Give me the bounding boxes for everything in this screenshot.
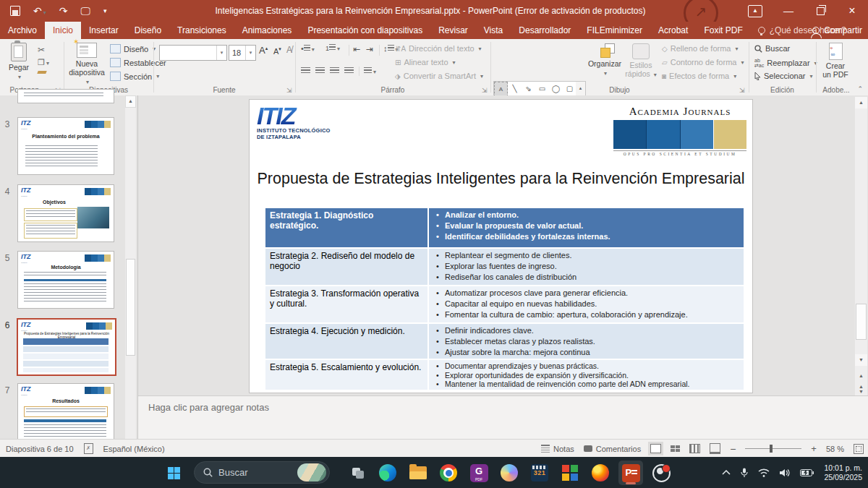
taskbar-search[interactable]: Buscar bbox=[194, 461, 330, 484]
edge-button[interactable] bbox=[375, 461, 400, 485]
convert-smartart-button[interactable]: ⬗Convertir a SmartArt▾ bbox=[395, 72, 483, 80]
media-player-button[interactable]: 321 bbox=[527, 461, 552, 485]
new-slide-button[interactable]: Nueva diapositiva ▾ bbox=[67, 43, 107, 87]
notes-toggle[interactable]: Notas bbox=[541, 445, 574, 453]
paragraph-dialog-launcher-icon[interactable]: ⇲ bbox=[482, 87, 488, 94]
customize-quick-access-icon[interactable]: ▾ bbox=[103, 7, 107, 14]
align-center-icon[interactable] bbox=[315, 67, 325, 75]
share-button[interactable]: Compartir bbox=[812, 22, 862, 39]
font-size-combo[interactable]: 18▾ bbox=[229, 45, 256, 61]
thumbnail-slide-6-selected[interactable]: ITZ──── Propuesta de Estrategias Intelig… bbox=[17, 318, 116, 376]
align-left-icon[interactable] bbox=[301, 67, 310, 75]
volume-icon[interactable] bbox=[780, 468, 790, 477]
shape-effects-button[interactable]: ◙Efectos de forma▾ bbox=[662, 72, 736, 80]
tab-presentacion[interactable]: Presentación con diapositivas bbox=[299, 22, 430, 39]
thumbnail-slide-2-partial[interactable] bbox=[17, 89, 114, 103]
tab-fileminimizer[interactable]: FILEminimizer bbox=[579, 22, 650, 39]
format-painter-icon[interactable] bbox=[37, 71, 46, 74]
layout-button[interactable]: Diseño▾ bbox=[110, 44, 156, 53]
language-indicator[interactable]: Español (México) bbox=[103, 445, 165, 453]
copilot-button[interactable] bbox=[497, 461, 522, 485]
tab-transiciones[interactable]: Transiciones bbox=[169, 22, 234, 39]
powerpoint-button-active[interactable]: P bbox=[618, 461, 643, 485]
wifi-icon[interactable] bbox=[758, 468, 770, 477]
thumbnail-slide-7[interactable]: ITZ──── Resultados bbox=[17, 383, 114, 440]
slide-title[interactable]: Propuesta de Estrategias Inteligentes pa… bbox=[257, 170, 745, 188]
redo-icon[interactable]: ↷ bbox=[59, 5, 68, 17]
tab-acrobat[interactable]: Acrobat bbox=[650, 22, 696, 39]
minimize-button[interactable]: — bbox=[773, 0, 804, 22]
table-row[interactable]: Estrategia 5. Escalamiento y evolución. … bbox=[265, 360, 744, 390]
create-pdf-button[interactable]: ⌔∞ Crearun PDF bbox=[819, 43, 852, 79]
zoom-out-button[interactable]: − bbox=[730, 443, 736, 455]
quick-styles-button[interactable]: Estilos rápidos ▾ bbox=[623, 43, 659, 80]
scroll-down-icon[interactable]: ▼ bbox=[855, 354, 867, 366]
thumbnail-scroll-up-icon[interactable]: ▲ bbox=[125, 95, 136, 108]
restore-button[interactable] bbox=[804, 0, 836, 22]
spellcheck-icon[interactable]: ✗ bbox=[84, 443, 93, 454]
thumbnail-slide-3[interactable]: ITZ──── Planteamiento del problema bbox=[17, 117, 114, 175]
thumbnail-scrollbar[interactable]: ▲ bbox=[125, 95, 136, 439]
tab-vista[interactable]: Vista bbox=[476, 22, 511, 39]
slide-canvas[interactable]: ITIZ INSTITUTO TECNOLÓGICODE IZTAPALAPA … bbox=[250, 100, 752, 393]
start-presentation-icon[interactable]: 🖵 bbox=[80, 5, 90, 17]
arrange-button[interactable]: Organizar▾ bbox=[587, 43, 622, 78]
notes-pane[interactable]: Haga clic para agregar notas bbox=[138, 395, 868, 440]
slideshow-view-button[interactable] bbox=[710, 443, 720, 454]
foxit-pdf-button[interactable]: GPDF bbox=[467, 461, 491, 485]
justify-icon[interactable] bbox=[344, 67, 354, 75]
scroll-up-icon[interactable]: ▲ bbox=[855, 97, 867, 108]
drawing-dialog-launcher-icon[interactable]: ⇲ bbox=[739, 87, 745, 94]
grow-font-icon[interactable]: A▴ bbox=[259, 45, 268, 56]
tab-desarrollador[interactable]: Desarrollador bbox=[511, 22, 579, 39]
table-row[interactable]: Estrategia 4. Ejecución y medición. Defi… bbox=[265, 324, 744, 359]
tab-revisar[interactable]: Revisar bbox=[430, 22, 476, 39]
normal-view-button[interactable] bbox=[650, 444, 661, 453]
previous-slide-button[interactable]: ▲▲ bbox=[855, 370, 867, 382]
font-name-combo[interactable]: ▾ bbox=[159, 45, 227, 61]
tab-archivo[interactable]: Archivo bbox=[0, 22, 45, 39]
search-highlight-image[interactable] bbox=[297, 463, 326, 481]
shape-fill-button[interactable]: ◇Relleno de forma▾ bbox=[662, 44, 739, 53]
firefox-button[interactable] bbox=[588, 461, 613, 485]
tab-diseno[interactable]: Diseño bbox=[127, 22, 169, 39]
columns-icon[interactable]: ▾ bbox=[364, 67, 376, 75]
editor-scrollbar-thumb[interactable] bbox=[856, 304, 867, 340]
clock[interactable]: 10:01 p. m. 25/09/2025 bbox=[824, 463, 862, 482]
tab-insertar[interactable]: Insertar bbox=[81, 22, 127, 39]
tray-expand-icon[interactable] bbox=[722, 470, 731, 475]
section-button[interactable]: Sección▾ bbox=[110, 72, 159, 81]
bullets-icon[interactable]: •▾ bbox=[301, 44, 315, 53]
fit-slide-to-window-icon[interactable] bbox=[854, 444, 864, 454]
table-row[interactable]: Estrategia 3. Transformación operativa y… bbox=[265, 286, 744, 322]
reading-view-button[interactable] bbox=[689, 444, 700, 453]
tab-animaciones[interactable]: Animaciones bbox=[234, 22, 300, 39]
tab-inicio[interactable]: Inicio bbox=[45, 22, 81, 39]
table-row[interactable]: Estrategia 1. Diagnóstico estratégico. A… bbox=[265, 208, 744, 247]
ribbon-display-options-icon[interactable]: ▲ bbox=[748, 5, 762, 17]
replace-button[interactable]: ab⇄acReemplazar▾ bbox=[754, 58, 817, 68]
slide-number-indicator[interactable]: Diapositiva 6 de 10 bbox=[6, 445, 74, 453]
copy-icon[interactable]: ❐▾ bbox=[38, 58, 49, 67]
start-button[interactable] bbox=[161, 461, 186, 485]
align-text-button[interactable]: ⊞Alinear texto▾ bbox=[395, 58, 456, 67]
slide-sorter-view-button[interactable] bbox=[671, 445, 680, 452]
shape-outline-button[interactable]: ▱Contorno de forma▾ bbox=[662, 58, 744, 67]
thumbnail-slide-5[interactable]: ITZ──── Metodología bbox=[17, 251, 114, 309]
editor-vertical-scrollbar[interactable]: ▲ ▼ ▲▲ ▼▼ bbox=[855, 97, 867, 415]
zoom-slider-handle[interactable] bbox=[770, 445, 773, 453]
task-view-button[interactable] bbox=[346, 461, 370, 485]
numbering-icon[interactable]: 1▾ bbox=[326, 44, 340, 52]
shrink-font-icon[interactable]: A▾ bbox=[273, 46, 281, 56]
file-explorer-button[interactable] bbox=[406, 461, 430, 485]
thumbnail-slide-4[interactable]: ITZ──── Objetivos bbox=[17, 184, 114, 242]
tab-foxit-pdf[interactable]: Foxit PDF bbox=[696, 22, 750, 39]
zoom-in-button[interactable]: + bbox=[811, 443, 817, 454]
table-row[interactable]: Estrategia 2. Rediseño del modelo de neg… bbox=[265, 249, 744, 285]
thumbnail-scrollbar-thumb[interactable] bbox=[126, 259, 135, 356]
battery-icon[interactable] bbox=[800, 469, 814, 476]
strategy-table[interactable]: Estrategia 1. Diagnóstico estratégico. A… bbox=[265, 208, 744, 391]
clear-formatting-icon[interactable]: A̸ bbox=[286, 45, 292, 55]
office-suite-button[interactable] bbox=[558, 461, 582, 485]
cut-icon[interactable]: ✂ bbox=[38, 45, 45, 55]
